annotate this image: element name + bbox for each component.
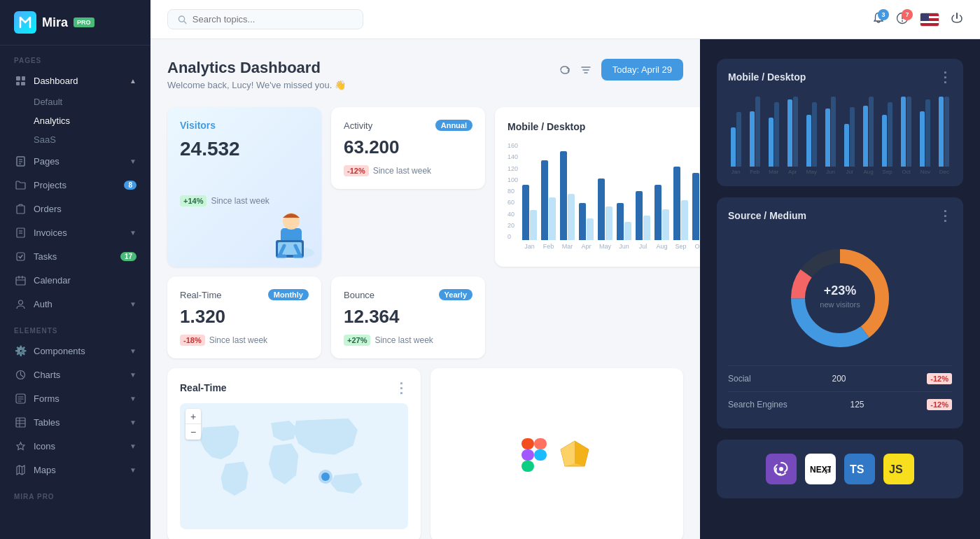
components-icon: ⚙️ <box>14 344 27 357</box>
calendar-icon <box>14 274 27 286</box>
header-actions: Today: April 29 <box>559 59 683 80</box>
sidebar-item-icons[interactable]: Icons ▼ <box>0 434 150 458</box>
sidebar-item-tables[interactable]: Tables ▼ <box>0 410 150 434</box>
source-row-social: Social 200 -12% <box>728 366 952 392</box>
dark-bar-sep: Sep <box>880 97 895 175</box>
language-flag[interactable] <box>920 13 939 27</box>
activity-change: -12% Since last week <box>344 165 472 176</box>
svg-text:.js: .js <box>824 467 831 474</box>
bar-aug-light <box>662 209 669 240</box>
maps-icon <box>14 463 27 476</box>
realtime-card: Real-Time Monthly 1.320 -18% Since last … <box>167 276 321 358</box>
today-button[interactable]: Today: April 29 <box>601 59 683 80</box>
sidebar-item-components[interactable]: ⚙️ Components ▼ <box>0 339 150 363</box>
visitors-illustration <box>244 190 321 267</box>
alert-wrap[interactable]: 7 <box>896 12 909 27</box>
map-card-header: Real-Time ⋮ <box>180 381 408 395</box>
sidebar-item-charts[interactable]: Charts ▼ <box>0 363 150 386</box>
sidebar-item-auth[interactable]: Auth ▼ <box>0 292 150 316</box>
dark-bar-header: Mobile / Desktop ⋮ <box>728 70 952 84</box>
dark-bar-oct: Oct <box>899 97 914 175</box>
map-zoom-controls: + − <box>186 409 201 440</box>
components-label: Components <box>34 346 85 356</box>
realtime-pct: -18% <box>180 335 205 346</box>
main-content: 3 7 Analytics Dashboard Welcome bac <box>150 0 980 539</box>
bounce-label: Bounce <box>344 290 374 300</box>
notification-bell-wrap[interactable]: 3 <box>872 12 885 27</box>
svg-point-53 <box>779 467 783 471</box>
redux-logo <box>766 454 797 484</box>
sidebar-sub-saas[interactable]: SaaS <box>34 130 150 149</box>
x-label-apr: Apr <box>579 243 594 250</box>
filter-icon[interactable] <box>580 64 592 76</box>
sidebar-sub-default[interactable]: Default <box>34 92 150 111</box>
bar-group-jan <box>522 142 537 240</box>
search-input[interactable] <box>192 14 353 24</box>
sidebar-item-maps[interactable]: Maps ▼ <box>0 458 150 482</box>
dark-bar-aug: Aug <box>861 97 876 175</box>
sidebar-logo: Mira PRO <box>0 0 150 46</box>
svg-rect-41 <box>522 449 534 461</box>
charts-label: Charts <box>34 370 60 380</box>
source-header: Source / Medium ⋮ <box>728 209 952 223</box>
dashboard-submenu: Default Analytics SaaS <box>0 92 150 149</box>
sidebar-item-dashboard[interactable]: Dashboard ▲ <box>0 69 150 92</box>
chart-card-header: Mobile / Desktop ⋮ <box>507 120 700 134</box>
sidebar-item-orders[interactable]: Orders <box>0 197 150 220</box>
visitors-label: Visitors <box>180 120 309 131</box>
maps-label: Maps <box>34 465 56 475</box>
components-chevron: ▼ <box>130 347 136 355</box>
svg-text:TS: TS <box>850 463 864 475</box>
sidebar-sub-analytics[interactable]: Analytics <box>34 111 150 130</box>
dark-bar-nov: Nov <box>918 97 933 175</box>
svg-rect-42 <box>534 449 547 461</box>
svg-rect-40 <box>534 438 547 449</box>
activity-since: Since last week <box>373 166 431 176</box>
figma-logo <box>522 438 547 472</box>
dark-bar-threedot[interactable]: ⋮ <box>938 70 952 84</box>
source-social-count: 200 <box>832 374 846 384</box>
search-wrap[interactable] <box>167 9 363 29</box>
activity-label: Activity <box>344 120 372 131</box>
svg-rect-0 <box>16 76 20 80</box>
sidebar-item-pages[interactable]: Pages ▼ <box>0 149 150 173</box>
svg-text:+23%: +23% <box>824 284 857 298</box>
x-label-aug: Aug <box>654 243 669 250</box>
projects-icon <box>14 178 27 191</box>
map-three-dot[interactable]: ⋮ <box>394 381 408 395</box>
sidebar-item-tasks[interactable]: Tasks 17 <box>0 244 150 268</box>
visitors-value: 24.532 <box>180 138 309 160</box>
refresh-icon[interactable] <box>559 64 570 76</box>
orders-label: Orders <box>34 204 62 214</box>
zoom-in-button[interactable]: + <box>186 409 201 424</box>
source-three-dot[interactable]: ⋮ <box>938 209 952 223</box>
alert-badge: 7 <box>902 9 913 20</box>
page-subtitle: Welcome back, Lucy! We've missed you. 👋 <box>167 80 346 90</box>
mira-pro-label: MIRA PRO <box>0 482 150 505</box>
tables-label: Tables <box>34 417 60 428</box>
mobile-desktop-card: Mobile / Desktop ⋮ 160 140 120 100 80 60 <box>495 107 700 267</box>
bar-jun-dark <box>617 203 624 240</box>
bounce-card: Bounce Yearly 12.364 +27% Since last wee… <box>331 276 485 358</box>
calendar-label: Calendar <box>34 275 71 286</box>
bar-feb-light <box>549 197 556 240</box>
bar-apr-dark <box>579 203 586 240</box>
dashboard-chevron: ▲ <box>130 77 136 85</box>
tasks-badge: 17 <box>120 252 136 261</box>
activity-value: 63.200 <box>344 136 472 158</box>
power-button[interactable] <box>951 12 963 27</box>
bar-jan-dark <box>522 185 529 240</box>
chart-spacer <box>495 276 683 358</box>
x-label-sep: Sep <box>673 243 688 250</box>
dark-bar-groups: Jan Feb Mar <box>728 91 952 175</box>
zoom-out-button[interactable]: − <box>186 424 201 440</box>
power-icon <box>951 12 963 24</box>
realtime-map-card: Real-Time ⋮ + − <box>167 368 421 539</box>
bounce-change: +27% Since last week <box>344 335 472 346</box>
activity-header: Activity Annual <box>344 120 472 131</box>
sidebar-item-forms[interactable]: Forms ▼ <box>0 386 150 410</box>
sidebar-item-calendar[interactable]: Calendar <box>0 268 150 292</box>
sidebar-item-projects[interactable]: Projects 8 <box>0 173 150 197</box>
bounce-pct: +27% <box>344 335 370 346</box>
sidebar-item-invoices[interactable]: Invoices ▼ <box>0 220 150 244</box>
